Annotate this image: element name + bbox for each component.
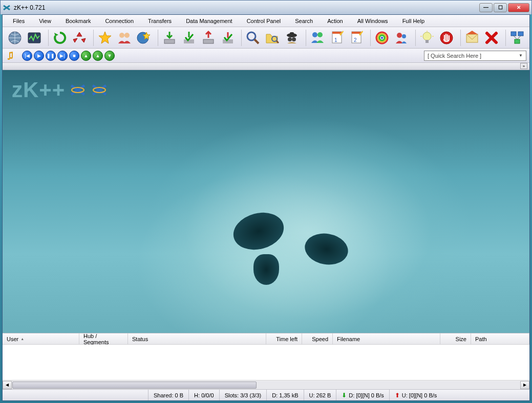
media-up1-button[interactable]: ▲ xyxy=(81,51,91,61)
stop-button[interactable] xyxy=(437,29,456,47)
svg-point-15 xyxy=(288,37,292,41)
upload-ok-button[interactable] xyxy=(219,29,237,47)
favorite-button[interactable] xyxy=(96,29,114,47)
expand-panel-button[interactable]: » xyxy=(520,63,527,69)
svg-rect-14 xyxy=(290,32,294,36)
svg-rect-7 xyxy=(203,39,214,43)
delete-button[interactable] xyxy=(482,29,501,47)
world-star-icon xyxy=(136,30,152,46)
media-up2-button[interactable]: ▲ xyxy=(93,51,103,61)
menu-bookmark[interactable]: Bookmark xyxy=(58,15,98,27)
menu-files[interactable]: Files xyxy=(6,15,32,27)
menu-all-windows[interactable]: All Windows xyxy=(350,15,395,27)
app-logo: zK++ xyxy=(12,78,108,102)
svg-rect-39 xyxy=(518,32,523,36)
upload-icon xyxy=(201,30,216,46)
col-path[interactable]: Path xyxy=(471,333,529,344)
col-user[interactable]: User▲ xyxy=(3,333,79,344)
notepad2-button[interactable]: 2 xyxy=(347,29,366,47)
rainbow-button[interactable] xyxy=(373,29,391,47)
search-folder-button[interactable] xyxy=(263,29,282,47)
transfers-panel: User▲ Hub / Segments Status Time left Sp… xyxy=(3,333,529,389)
star-icon xyxy=(97,30,113,46)
media-stop-button[interactable]: ■ xyxy=(69,51,79,61)
upload-button[interactable] xyxy=(199,29,218,47)
users-group-button[interactable] xyxy=(308,29,327,47)
main-content-area: zK++ xyxy=(3,70,529,333)
logo-mark2-icon xyxy=(91,82,108,98)
upload-ok-icon xyxy=(220,30,236,46)
arrow-down-icon: ⬇ xyxy=(342,392,347,399)
recycle-button[interactable] xyxy=(70,29,89,47)
maximize-button[interactable]: ☐ xyxy=(494,3,507,12)
col-size[interactable]: Size xyxy=(440,333,471,344)
media-prev-button[interactable]: |◀ xyxy=(22,51,32,61)
logo-mark1-icon xyxy=(69,82,87,98)
minimize-button[interactable]: — xyxy=(479,3,493,12)
status-shared: Shared: 0 B xyxy=(148,390,188,400)
logo-text: zK++ xyxy=(12,78,65,102)
svg-point-9 xyxy=(247,32,256,40)
download-ok-button[interactable] xyxy=(180,29,198,47)
users-button[interactable] xyxy=(115,29,134,47)
netmap-icon xyxy=(509,30,525,46)
close-button[interactable]: ✕ xyxy=(508,3,529,12)
menu-view[interactable]: View xyxy=(32,15,58,27)
svg-text:2: 2 xyxy=(354,37,357,43)
netmap-button[interactable] xyxy=(508,29,526,47)
col-hub[interactable]: Hub / Segments xyxy=(79,333,128,344)
status-slots: Slots: 3/3 (3/3) xyxy=(219,390,267,400)
menu-control-panel[interactable]: Control Panel xyxy=(240,15,288,27)
col-filename[interactable]: Filename xyxy=(333,333,440,344)
search-dropdown-icon[interactable]: ▼ xyxy=(519,53,523,58)
quick-search-input[interactable]: [ Quick Search Here ] ▼ xyxy=(424,51,526,61)
app-icon xyxy=(3,4,11,12)
transfers-body[interactable] xyxy=(3,345,529,380)
lightbulb-button[interactable] xyxy=(418,29,436,47)
media-down-button[interactable]: ▼ xyxy=(104,51,115,61)
menu-search[interactable]: Search xyxy=(288,15,320,27)
main-toolbar: 1 2 xyxy=(3,27,529,49)
user-pair-button[interactable] xyxy=(392,29,411,47)
menu-data-management[interactable]: Data Management xyxy=(179,15,240,27)
globe-icon xyxy=(7,30,23,46)
media-next-button[interactable]: ▶| xyxy=(57,51,68,61)
horizontal-scrollbar[interactable]: ◀ ▶ xyxy=(3,380,529,389)
search-button[interactable] xyxy=(244,29,262,47)
media-play-button[interactable]: ▶ xyxy=(34,51,44,61)
transfers-header: User▲ Hub / Segments Status Time left Sp… xyxy=(3,333,529,345)
svg-point-3 xyxy=(124,33,130,38)
scroll-right-button[interactable]: ▶ xyxy=(520,381,529,389)
scroll-thumb[interactable] xyxy=(12,382,257,389)
netstat-button[interactable] xyxy=(25,29,44,47)
scroll-left-button[interactable]: ◀ xyxy=(3,381,12,389)
media-pause-button[interactable]: ❚❚ xyxy=(46,51,56,61)
globe-button[interactable] xyxy=(6,29,24,47)
menu-connection[interactable]: Connection xyxy=(98,15,141,27)
col-timeleft[interactable]: Time left xyxy=(266,333,302,344)
world-star-button[interactable] xyxy=(135,29,153,47)
users-group-icon xyxy=(310,30,325,46)
spy-icon xyxy=(284,30,300,46)
notepad1-button[interactable]: 1 xyxy=(328,29,346,47)
col-speed[interactable]: Speed xyxy=(302,333,333,344)
menu-action[interactable]: Action xyxy=(320,15,350,27)
notepad2-icon: 2 xyxy=(349,30,364,46)
svg-line-10 xyxy=(254,39,259,43)
media-toolbar: |◀ ▶ ❚❚ ▶| ■ ▲ ▲ ▼ [ Quick Search Here ]… xyxy=(3,49,529,63)
svg-rect-23 xyxy=(352,32,361,34)
spy-button[interactable] xyxy=(283,29,301,47)
download-button[interactable] xyxy=(160,29,179,47)
status-uspeed: ⬆U: [0][N] 0 B/s xyxy=(389,390,442,400)
svg-point-2 xyxy=(119,33,124,38)
scroll-track[interactable] xyxy=(12,381,520,389)
titlebar: zK++ 0.721 — ☐ ✕ xyxy=(0,0,532,14)
window-body: Files View Bookmark Connection Transfers… xyxy=(2,14,530,401)
menu-full-help[interactable]: Full Help xyxy=(395,15,432,27)
refresh-button[interactable] xyxy=(51,29,69,47)
users-icon xyxy=(117,30,132,46)
mail-button[interactable] xyxy=(463,29,481,47)
mail-icon xyxy=(464,30,480,46)
col-status[interactable]: Status xyxy=(128,333,266,344)
menu-transfers[interactable]: Transfers xyxy=(141,15,179,27)
